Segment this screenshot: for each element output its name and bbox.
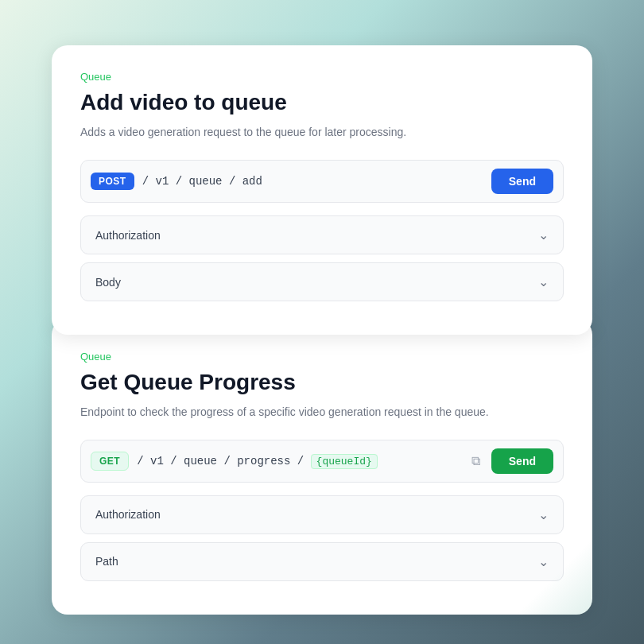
endpoint-row-2: GET / v1 / queue / progress / {queueId} … (80, 440, 564, 483)
body-accordion[interactable]: Body ⌄ (80, 262, 564, 301)
get-queue-card: Queue Get Queue Progress Endpoint to che… (52, 319, 592, 615)
chevron-down-icon-2: ⌄ (538, 274, 549, 289)
method-badge-get: GET (91, 452, 129, 471)
path-text: / v1 / queue / progress / (137, 455, 310, 467)
card-description-1: Adds a video generation request to the q… (80, 124, 564, 141)
chevron-down-icon-4: ⌄ (538, 554, 549, 569)
path-label: Path (95, 555, 118, 568)
method-badge-post: POST (91, 173, 134, 190)
authorization-label-1: Authorization (95, 229, 161, 242)
send-button-1[interactable]: Send (491, 169, 553, 194)
path-accordion[interactable]: Path ⌄ (80, 542, 564, 581)
endpoint-path-2: / v1 / queue / progress / {queueId} (137, 455, 460, 467)
body-label: Body (95, 276, 121, 289)
chevron-down-icon-1: ⌄ (538, 227, 549, 242)
authorization-accordion-1[interactable]: Authorization ⌄ (80, 215, 564, 254)
cards-container: Queue Add video to queue Adds a video ge… (52, 45, 592, 614)
path-param-queueid: {queueId} (311, 454, 378, 469)
endpoint-row-1: POST / v1 / queue / add Send (80, 160, 564, 203)
authorization-accordion-2[interactable]: Authorization ⌄ (80, 495, 564, 534)
card-title-2: Get Queue Progress (80, 369, 564, 396)
category-label-1: Queue (80, 71, 564, 83)
authorization-label-2: Authorization (95, 508, 161, 521)
chevron-down-icon-3: ⌄ (538, 507, 549, 522)
copy-icon[interactable]: ⧉ (468, 452, 483, 470)
endpoint-path-1: / v1 / queue / add (142, 175, 483, 188)
category-label-2: Queue (80, 351, 564, 363)
card-title-1: Add video to queue (80, 89, 564, 116)
add-video-card: Queue Add video to queue Adds a video ge… (52, 45, 592, 335)
send-button-2[interactable]: Send (491, 448, 553, 474)
card-description-2: Endpoint to check the progress of a spec… (80, 404, 564, 421)
